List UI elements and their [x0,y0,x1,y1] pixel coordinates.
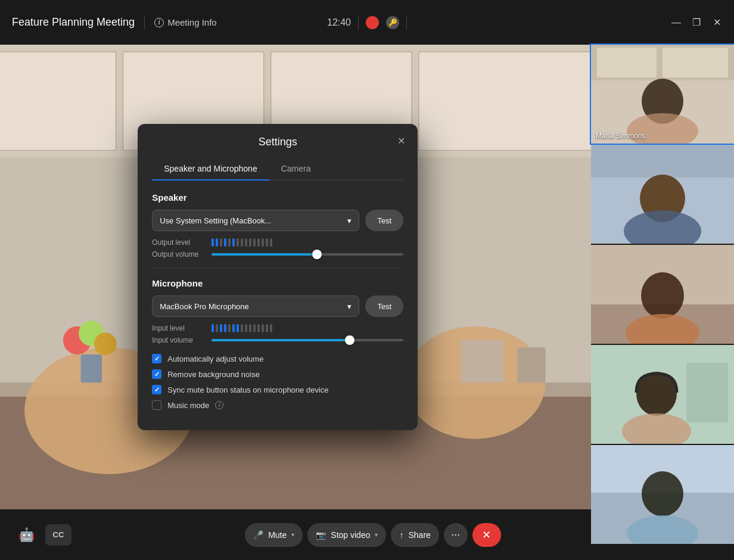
level-bar [216,324,218,332]
level-bar [270,324,272,332]
input-volume-label: Input volume [152,336,206,344]
section-divider [152,268,403,269]
checkbox-sync-mute: ✓ Sync mute button status on microphone … [152,385,403,394]
stop-video-button[interactable]: 📷 Stop video ▾ [307,523,386,547]
input-volume-slider[interactable] [212,339,403,341]
tab-camera[interactable]: Camera [269,158,323,181]
microphone-icon: 🎤 [253,530,263,540]
center-divider1 [358,15,359,30]
checkbox-bg-noise: ✓ Remove background noise [152,369,403,379]
participant-tile[interactable] [591,345,734,444]
bg-noise-checkbox[interactable]: ✓ [152,369,161,379]
share-button[interactable]: ↑ Share [391,523,438,547]
participant-video-5 [591,445,734,544]
key-icon: 🔑 [386,16,399,29]
music-mode-label: Music mode [167,401,209,410]
level-bar [262,238,264,247]
checkmark-icon: ✓ [154,355,160,363]
close-button[interactable]: ✕ [711,17,722,28]
svg-point-37 [642,471,683,517]
auto-volume-checkbox[interactable]: ✓ [152,354,161,363]
participant-scene-4 [591,345,734,444]
mic-test-button[interactable]: Test [365,295,403,317]
output-volume-slider[interactable] [212,253,403,256]
output-level-label: Output level [152,238,206,247]
bottom-bar-center: 🎤 Mute ▾ 📷 Stop video ▾ ↑ Share ··· ✕ [77,523,668,547]
more-options-button[interactable]: ··· [444,523,468,547]
sync-mute-label: Sync mute button status on microphone de… [167,385,328,394]
camera-icon: 📷 [316,530,326,540]
modal-header: Settings ✕ [138,124,418,148]
title-bar: Feature Planning Meeting i Meeting Info … [0,0,734,45]
end-call-icon: ✕ [482,528,491,542]
title-bar-center: 12:40 🔑 [327,15,407,30]
meeting-info-btn[interactable]: i Meeting Info [154,17,217,27]
checkmark-icon: ✓ [154,386,160,394]
info-icon: i [154,18,164,27]
maximize-button[interactable]: ❐ [691,17,702,28]
center-divider2 [406,15,407,30]
modal-title: Settings [259,136,297,148]
time-display: 12:40 [327,17,351,28]
checkbox-music-mode: Music mode i [152,400,403,410]
modal-tabs: Speaker and Microphone Camera [152,158,403,181]
input-volume-row: Input volume [152,336,403,344]
auto-volume-label: Automatically adjust volume [167,354,263,363]
title-bar-right: — ❐ ✕ [671,17,722,28]
level-bar [216,238,218,247]
output-volume-thumb[interactable] [312,250,322,259]
output-volume-label: Output volume [152,250,206,259]
main-area: Settings ✕ Speaker and Microphone Camera… [0,45,734,509]
level-bar [228,238,231,247]
checkmark-icon: ✓ [154,371,160,378]
input-level-bars [212,324,272,332]
participant-sidebar: Maria Simmons [591,45,734,509]
sync-mute-checkbox[interactable]: ✓ [152,385,161,394]
level-bar [245,324,247,332]
title-bar-left: Feature Planning Meeting i Meeting Info [12,15,217,30]
participant-tile[interactable] [591,245,734,344]
output-volume-row: Output volume [152,250,403,259]
output-level-row: Output level [152,238,403,247]
level-bar [232,238,235,247]
share-label: Share [408,530,430,540]
participant-scene-1 [591,45,734,144]
modal-close-button[interactable]: ✕ [394,133,408,148]
participant-video-1 [591,45,734,144]
settings-modal: Settings ✕ Speaker and Microphone Camera… [138,124,418,430]
speaker-select[interactable]: Use System Setting (MacBook... ▾ [152,210,359,231]
level-bar [241,238,243,247]
input-level-row: Input level [152,324,403,332]
speaker-test-button[interactable]: Test [365,210,403,231]
level-bar [212,238,214,247]
participant-video-3 [591,245,734,344]
participant-tile[interactable] [591,145,734,244]
tab-speaker-microphone[interactable]: Speaker and Microphone [152,158,269,181]
participant-scene-5 [591,445,734,544]
participant-tile[interactable] [591,445,734,544]
music-mode-checkbox[interactable] [152,400,161,410]
participant-scene-2 [591,145,734,244]
participant-video-2 [591,145,734,244]
closed-captions-button[interactable]: CC [45,524,71,546]
svg-rect-19 [597,48,657,77]
level-bar [228,324,231,332]
level-bar [224,324,226,332]
level-bar [245,238,247,247]
svg-point-29 [641,272,684,319]
mic-select[interactable]: MacBook Pro Microphone ▾ [152,295,359,317]
input-volume-fill [212,339,350,341]
participant-tile[interactable]: Maria Simmons [591,45,734,144]
input-volume-thumb[interactable] [345,335,354,345]
music-mode-info-icon[interactable]: i [215,401,223,409]
level-bar [220,238,222,247]
level-bar [249,238,251,247]
checkbox-auto-volume: ✓ Automatically adjust volume [152,354,403,363]
minimize-button[interactable]: — [671,17,682,28]
level-bar [249,324,251,332]
end-call-button[interactable]: ✕ [472,523,501,547]
more-dots-icon: ··· [451,528,460,541]
title-divider [144,15,145,30]
level-bar [232,324,235,332]
mute-button[interactable]: 🎤 Mute ▾ [245,523,303,547]
